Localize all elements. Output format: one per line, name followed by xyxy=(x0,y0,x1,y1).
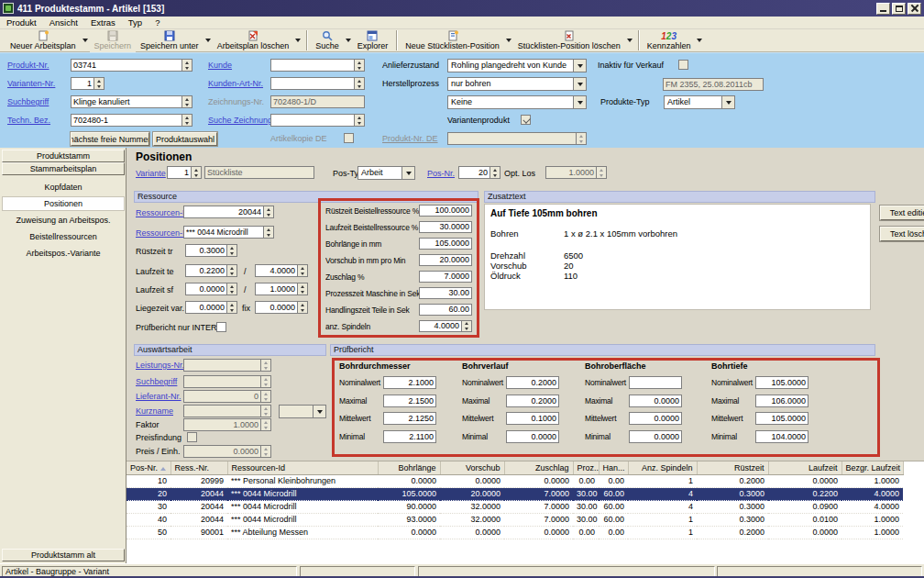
param-field[interactable]: 100.0000 xyxy=(419,205,472,217)
col-ress-nr[interactable]: Ress.-Nr. xyxy=(170,461,227,474)
new-bom-position-button[interactable]: Neue Stücklisten-Position xyxy=(401,29,504,52)
delete-bom-position-dropdown[interactable] xyxy=(625,29,634,52)
spinner[interactable] xyxy=(227,283,237,295)
naechste-freie-nummer-button[interactable]: nächste freie Nummer xyxy=(71,132,149,146)
spinner[interactable] xyxy=(462,320,472,332)
pos-typ-select[interactable]: Arbeit xyxy=(358,166,415,180)
spinner[interactable] xyxy=(355,59,365,72)
spinner[interactable] xyxy=(182,114,192,127)
ausw-suchbegriff-label[interactable]: Suchbegriff xyxy=(136,377,177,386)
text-edit-button[interactable]: Text editie xyxy=(880,206,924,220)
variante-label[interactable]: Variante xyxy=(136,169,166,178)
spinner[interactable] xyxy=(298,264,308,277)
pruef-field[interactable]: 2.1000 xyxy=(383,376,436,389)
pruef-field[interactable]: 2.1100 xyxy=(383,430,436,443)
chevron-down-icon[interactable] xyxy=(573,60,586,72)
pos-nr-field[interactable]: 20 xyxy=(458,166,500,179)
col-ressourcen-id[interactable]: Ressourcen-Id xyxy=(227,461,378,474)
kennzahlen-button[interactable]: 123 Kennzahlen xyxy=(643,29,696,52)
spinner[interactable] xyxy=(355,114,365,127)
techn-bez-field[interactable]: 702480-1 xyxy=(71,114,192,127)
sidebar-item-positionen[interactable]: Positionen xyxy=(2,196,125,211)
menu-ansicht[interactable]: Ansicht xyxy=(43,17,84,28)
spinner[interactable] xyxy=(182,59,192,72)
param-field[interactable]: 30.0000 xyxy=(419,221,472,233)
sidebar-stammarbeitsplan[interactable]: Stammarbeitsplan xyxy=(2,162,125,175)
laufzeit-te-field[interactable]: 0.2200 xyxy=(185,264,237,277)
pruef-field[interactable]: 0.0000 xyxy=(629,395,682,407)
spinner[interactable] xyxy=(298,283,308,295)
delete-workplan-button[interactable]: Arbeitsplan löschen xyxy=(213,29,294,52)
chevron-down-icon[interactable] xyxy=(402,167,414,179)
table-row[interactable]: 1020999*** Personal Kleinbohrungen0.0000… xyxy=(126,474,903,487)
kennzahlen-dropdown[interactable] xyxy=(695,29,704,52)
pruef-field[interactable]: 0.0000 xyxy=(506,430,559,443)
pruef-field[interactable]: 0.2000 xyxy=(506,395,559,407)
produkte-typ-select[interactable]: Artikel xyxy=(664,95,735,109)
suche-zeichnung-field[interactable] xyxy=(270,114,365,127)
spinner[interactable] xyxy=(182,95,192,108)
laufzeit-te-field2[interactable]: 4.0000 xyxy=(255,264,308,277)
spinner[interactable] xyxy=(94,77,104,90)
pruef-field[interactable]: 105.0000 xyxy=(755,376,808,389)
search-button[interactable]: Suche xyxy=(311,29,344,52)
param-field[interactable]: 60.00 xyxy=(419,304,472,316)
varianten-nr-label[interactable]: Varianten-Nr. xyxy=(7,79,55,88)
spinner[interactable] xyxy=(264,226,274,239)
pruef-field[interactable]: 0.1000 xyxy=(506,412,559,425)
pruef-field[interactable]: 104.0000 xyxy=(755,430,808,443)
laufzeit-sf-field[interactable]: 0.0000 xyxy=(185,283,237,295)
ruestzeit-tr-field[interactable]: 0.3000 xyxy=(185,244,237,257)
col-ruestzeit[interactable]: Rüstzeit xyxy=(697,461,768,474)
pruef-field[interactable]: 0.0000 xyxy=(629,430,682,443)
table-row[interactable]: 2020044*** 0044 Microdrill105.000020.000… xyxy=(126,487,903,500)
menu-typ[interactable]: Typ xyxy=(122,17,148,28)
zusatztext-content[interactable]: Auf Tiefe 105mm bohren Bohren1 x ø 2.1 x… xyxy=(484,204,871,310)
text-delete-button[interactable]: Text lösch xyxy=(880,227,924,241)
save-as-button[interactable]: Speichern unter xyxy=(136,29,204,52)
techn-bez-label[interactable]: Techn. Bez. xyxy=(7,116,50,125)
sidebar-produktstamm-alt[interactable]: Produktstamm alt xyxy=(2,549,125,561)
kunde-field[interactable] xyxy=(270,59,365,72)
ressourcen-id-field[interactable]: *** 0044 Microdrill xyxy=(183,226,274,239)
produkt-nr-field[interactable]: 03741 xyxy=(71,59,192,72)
pruef-field[interactable]: 0.0000 xyxy=(629,412,682,425)
menu-produkt[interactable]: Produkt xyxy=(0,17,43,28)
col-anz-spindeln[interactable]: Anz. Spindeln xyxy=(628,461,697,474)
pruef-field[interactable]: 2.1250 xyxy=(383,412,436,425)
spinner[interactable] xyxy=(227,264,237,277)
table-row[interactable]: 4020044*** 0044 Microdrill93.000032.0000… xyxy=(126,513,903,526)
new-workplan-dropdown[interactable] xyxy=(81,29,90,52)
suchbegriff-label[interactable]: Suchbegriff xyxy=(7,97,49,106)
spinner[interactable] xyxy=(192,166,202,179)
pruef-field[interactable] xyxy=(629,376,682,389)
anlieferzustand-select[interactable]: Rohling plangedreht von Kunde xyxy=(447,59,587,72)
spinner[interactable] xyxy=(490,166,500,179)
chevron-down-icon[interactable] xyxy=(721,96,734,108)
sidebar-item-arbeitspos-variante[interactable]: Arbeitspos.-Variante xyxy=(2,246,125,261)
prozess2-select[interactable]: Keine xyxy=(447,95,587,109)
sidebar-item-kopfdaten[interactable]: Kopfdaten xyxy=(2,180,125,195)
liegezeit-fix-field[interactable]: 0.0000 xyxy=(255,301,308,314)
herstellprozess-select[interactable]: nur bohren xyxy=(447,77,587,91)
spinner[interactable] xyxy=(227,301,237,314)
table-row[interactable]: 3020044*** 0044 Microdrill90.000032.0000… xyxy=(126,500,903,513)
maximize-button[interactable] xyxy=(892,3,906,15)
table-row[interactable]: 5090001*** Abteilung Messen0.00000.00000… xyxy=(126,526,903,539)
produkt-nr-label[interactable]: Produkt-Nr. xyxy=(7,61,50,70)
new-bom-position-dropdown[interactable] xyxy=(504,29,513,52)
liegezeit-var-field[interactable]: 0.0000 xyxy=(185,301,237,314)
pruef-field[interactable]: 106.0000 xyxy=(755,395,808,407)
delete-workplan-dropdown[interactable] xyxy=(293,29,302,52)
lieferant-nr-label[interactable]: Lieferant-Nr. xyxy=(136,392,182,401)
param-field[interactable]: 7.0000 xyxy=(419,271,472,283)
menu-help[interactable]: ? xyxy=(148,17,166,28)
param-field[interactable]: 105.0000 xyxy=(419,238,472,250)
col-proz[interactable]: Proz... xyxy=(573,461,599,474)
col-han[interactable]: Han... xyxy=(599,461,628,474)
col-vorschub[interactable]: Vorschub xyxy=(440,461,504,474)
chevron-down-icon[interactable] xyxy=(573,96,586,108)
ressourcen-nr-field[interactable]: 20044 xyxy=(183,206,274,218)
laufzeit-sf-field2[interactable]: 1.0000 xyxy=(255,283,308,295)
suchbegriff-field[interactable]: Klinge kanuliert xyxy=(71,95,192,108)
